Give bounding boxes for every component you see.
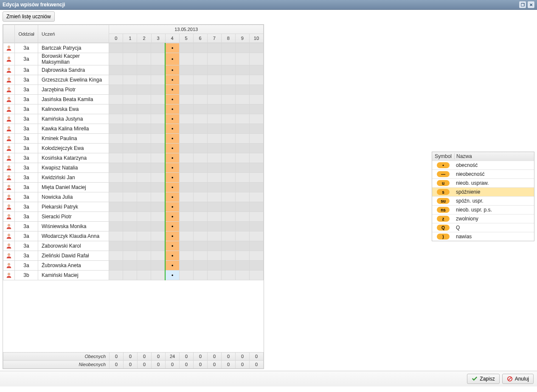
attendance-cell[interactable] — [236, 261, 250, 271]
attendance-cell[interactable] — [208, 134, 222, 144]
attendance-cell[interactable] — [137, 153, 151, 163]
attendance-cell[interactable] — [137, 173, 151, 183]
attendance-cell[interactable] — [123, 124, 137, 134]
attendance-cell[interactable] — [250, 153, 264, 163]
attendance-cell[interactable] — [123, 53, 137, 65]
attendance-cell[interactable] — [123, 173, 137, 183]
student-row[interactable]: 3aPiekarski Patryk — [3, 202, 264, 212]
attendance-cell[interactable] — [165, 153, 180, 163]
attendance-cell[interactable] — [236, 241, 250, 251]
attendance-cell[interactable] — [208, 114, 222, 124]
attendance-cell[interactable] — [222, 212, 236, 222]
attendance-cell[interactable] — [236, 114, 250, 124]
attendance-cell[interactable] — [151, 202, 166, 212]
attendance-cell[interactable] — [137, 192, 151, 202]
attendance-cell[interactable] — [165, 271, 180, 280]
attendance-cell[interactable] — [123, 241, 137, 251]
attendance-cell[interactable] — [123, 43, 137, 53]
attendance-cell[interactable] — [123, 153, 137, 163]
attendance-cell[interactable] — [109, 114, 123, 124]
attendance-cell[interactable] — [236, 173, 250, 183]
attendance-cell[interactable] — [109, 251, 123, 261]
attendance-cell[interactable] — [151, 231, 166, 241]
attendance-cell[interactable] — [250, 65, 264, 75]
attendance-cell[interactable] — [123, 144, 137, 153]
attendance-cell[interactable] — [194, 114, 208, 124]
attendance-cell[interactable] — [236, 85, 250, 95]
attendance-cell[interactable] — [165, 231, 180, 241]
legend-item[interactable]: unieob. uspraw. — [432, 179, 534, 188]
attendance-cell[interactable] — [236, 231, 250, 241]
attendance-cell[interactable] — [236, 75, 250, 85]
attendance-cell[interactable] — [208, 85, 222, 95]
col-header-period-3[interactable]: 3 — [151, 34, 165, 43]
attendance-cell[interactable] — [137, 95, 151, 104]
attendance-cell[interactable] — [137, 43, 151, 53]
attendance-cell[interactable] — [194, 241, 208, 251]
attendance-cell[interactable] — [151, 241, 166, 251]
attendance-cell[interactable] — [194, 144, 208, 153]
attendance-cell[interactable] — [165, 192, 180, 202]
attendance-cell[interactable] — [165, 43, 180, 53]
attendance-cell[interactable] — [151, 153, 166, 163]
attendance-cell[interactable] — [180, 114, 194, 124]
attendance-cell[interactable] — [180, 231, 194, 241]
attendance-cell[interactable] — [151, 43, 166, 53]
student-row[interactable]: 3aMięta Daniel Maciej — [3, 183, 264, 192]
attendance-cell[interactable] — [222, 53, 236, 65]
attendance-cell[interactable] — [208, 153, 222, 163]
attendance-cell[interactable] — [123, 192, 137, 202]
attendance-cell[interactable] — [180, 271, 194, 280]
attendance-cell[interactable] — [123, 183, 137, 192]
col-header-period-4[interactable]: 4 — [165, 34, 179, 43]
student-row[interactable]: 3aKamińska Justyna — [3, 114, 264, 124]
attendance-cell[interactable] — [250, 134, 264, 144]
attendance-cell[interactable] — [180, 202, 194, 212]
attendance-cell[interactable] — [208, 231, 222, 241]
attendance-cell[interactable] — [109, 222, 123, 231]
attendance-cell[interactable] — [109, 53, 123, 65]
attendance-cell[interactable] — [137, 104, 151, 114]
attendance-cell[interactable] — [208, 271, 222, 280]
col-header-uczen[interactable]: Uczeń — [38, 25, 109, 43]
attendance-cell[interactable] — [208, 124, 222, 134]
attendance-cell[interactable] — [165, 183, 180, 192]
attendance-cell[interactable] — [180, 222, 194, 231]
attendance-cell[interactable] — [109, 163, 123, 173]
attendance-cell[interactable] — [194, 183, 208, 192]
attendance-cell[interactable] — [222, 65, 236, 75]
attendance-cell[interactable] — [151, 173, 166, 183]
attendance-cell[interactable] — [165, 261, 180, 271]
attendance-cell[interactable] — [165, 144, 180, 153]
attendance-cell[interactable] — [194, 124, 208, 134]
attendance-cell[interactable] — [109, 173, 123, 183]
attendance-cell[interactable] — [123, 114, 137, 124]
attendance-cell[interactable] — [165, 53, 180, 65]
attendance-cell[interactable] — [222, 104, 236, 114]
attendance-cell[interactable] — [180, 134, 194, 144]
attendance-cell[interactable] — [222, 173, 236, 183]
attendance-cell[interactable] — [123, 75, 137, 85]
attendance-cell[interactable] — [151, 95, 166, 104]
attendance-cell[interactable] — [208, 261, 222, 271]
attendance-cell[interactable] — [109, 95, 123, 104]
attendance-cell[interactable] — [222, 222, 236, 231]
attendance-cell[interactable] — [250, 173, 264, 183]
attendance-cell[interactable] — [109, 271, 123, 280]
attendance-cell[interactable] — [109, 231, 123, 241]
attendance-cell[interactable] — [165, 241, 180, 251]
col-header-period-2[interactable]: 2 — [137, 34, 151, 43]
attendance-cell[interactable] — [165, 251, 180, 261]
attendance-cell[interactable] — [208, 241, 222, 251]
cancel-button[interactable]: Anuluj — [502, 374, 534, 384]
attendance-cell[interactable] — [194, 53, 208, 65]
attendance-cell[interactable] — [123, 261, 137, 271]
attendance-cell[interactable] — [236, 202, 250, 212]
attendance-cell[interactable] — [137, 183, 151, 192]
attendance-cell[interactable] — [109, 183, 123, 192]
attendance-cell[interactable] — [194, 75, 208, 85]
col-header-oddzial[interactable]: Oddział — [15, 25, 38, 43]
attendance-cell[interactable] — [250, 124, 264, 134]
attendance-cell[interactable] — [165, 114, 180, 124]
attendance-cell[interactable] — [180, 75, 194, 85]
